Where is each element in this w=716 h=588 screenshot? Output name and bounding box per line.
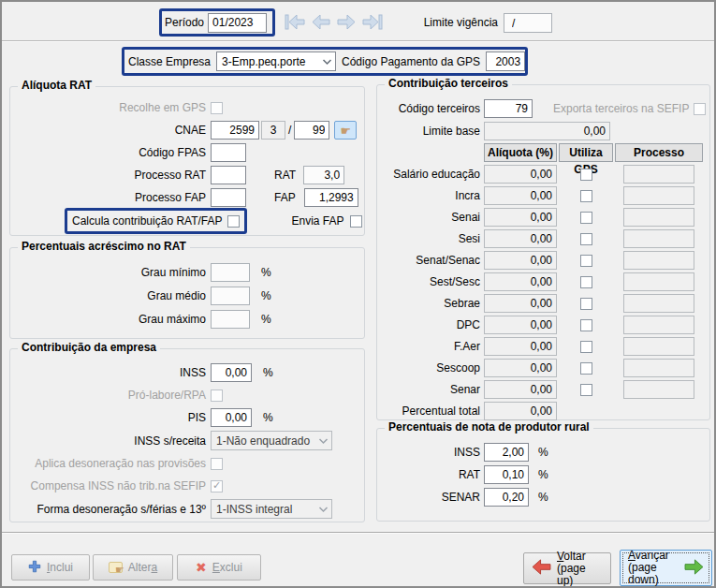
codigo-gps-input[interactable]	[486, 51, 525, 71]
red-x-icon: ✖	[196, 561, 207, 574]
terceiros-row-label: F.Aer	[381, 340, 484, 353]
codigo-terceiros-label: Código terceiros	[381, 102, 484, 115]
cnae-input-3[interactable]	[294, 121, 329, 140]
table-row: DPC	[381, 316, 706, 334]
percent-sign: %	[538, 468, 548, 481]
terceiros-gps-checkbox[interactable]	[580, 169, 592, 181]
calcula-ratfap-checkbox[interactable]	[227, 215, 240, 228]
forma-desoneracao-select: 1-INSS integral	[211, 499, 332, 519]
exporta-terceiros-checkbox	[694, 103, 706, 115]
grau-minimo-label: Grau mínimo	[14, 266, 211, 279]
terceiros-row-label: Sest/Sesc	[381, 275, 484, 288]
altera-button[interactable]: Altera	[93, 554, 173, 581]
terceiros-gps-checkbox[interactable]	[580, 233, 592, 245]
cnae-input-2	[261, 121, 285, 140]
inss-empresa-input[interactable]	[211, 363, 252, 382]
periodo-input[interactable]	[208, 13, 267, 33]
terceiros-gps-checkbox[interactable]	[580, 298, 592, 310]
processo-fap-label: Processo FAP	[14, 191, 211, 204]
terceiros-processo-input	[623, 272, 694, 291]
terceiros-aliquota-input	[484, 251, 557, 270]
exclui-button[interactable]: ✖ Exclui	[177, 554, 261, 581]
terceiros-aliquota-input	[484, 294, 557, 313]
processo-rat-input[interactable]	[211, 166, 246, 184]
percentual-total-label: Percentual total	[381, 404, 484, 418]
group-produtor-rural: Percentuais de nota de produtor rural IN…	[376, 428, 710, 522]
grau-maximo-input	[211, 310, 250, 329]
terceiros-gps-checkbox[interactable]	[580, 190, 592, 202]
terceiros-aliquota-input	[484, 186, 557, 205]
periodo-label: Período	[165, 16, 204, 29]
next-record-icon[interactable]	[337, 14, 356, 33]
last-record-icon[interactable]	[362, 14, 383, 33]
inss-receita-select: 1-Não enquadrado	[211, 431, 332, 450]
fap-label: FAP	[274, 191, 296, 204]
classe-empresa-select[interactable]: 3-Emp.peq.porte	[216, 51, 336, 71]
grau-minimo-input	[211, 263, 250, 282]
first-record-icon[interactable]	[285, 14, 305, 33]
terceiros-gps-checkbox[interactable]	[580, 255, 592, 267]
inclui-button[interactable]: Inclui	[11, 554, 90, 581]
terceiros-processo-input	[623, 251, 694, 270]
table-row: Sest/Sesc	[381, 272, 706, 291]
cnae-lookup-button[interactable]: ☛	[334, 121, 357, 140]
table-row: Senar	[381, 380, 706, 399]
limite-vigencia-input[interactable]	[504, 13, 552, 33]
percent-sign: %	[263, 366, 273, 379]
percentual-total-input	[484, 402, 557, 420]
rural-inss-input[interactable]	[484, 443, 529, 462]
voltar-button[interactable]: Voltar (page up)	[523, 552, 611, 584]
grau-maximo-label: Grau máximo	[14, 313, 211, 326]
column-header-processo: Processo	[615, 143, 703, 162]
table-row: Senai	[381, 208, 706, 227]
pis-input[interactable]	[211, 408, 252, 427]
avancar-button[interactable]: Avançar (page down)	[620, 550, 712, 586]
percent-sign: %	[261, 266, 271, 279]
prolabore-checkbox	[211, 390, 223, 402]
terceiros-row-label: Senai	[381, 211, 484, 224]
group-contribuicao-empresa: Contribuição da empresa INSS % Pró-labor…	[9, 348, 365, 522]
terceiros-gps-checkbox[interactable]	[580, 341, 592, 353]
terceiros-row-label: Incra	[381, 189, 484, 202]
edit-note-hand-icon	[109, 562, 123, 573]
terceiros-row-label: Salário educação	[381, 168, 484, 181]
record-navigation	[285, 14, 383, 33]
group-contribuicao-empresa-title: Contribuição da empresa	[18, 341, 160, 354]
terceiros-gps-checkbox[interactable]	[580, 384, 592, 396]
group-percentuais-rat: Percentuais acréscimo no RAT Grau mínimo…	[9, 247, 365, 339]
aplica-desoneracao-label: Aplica desoneração nas provisões	[14, 457, 211, 470]
terceiros-processo-input	[623, 380, 694, 399]
previous-record-icon[interactable]	[312, 14, 330, 33]
table-row: Senat/Senac	[381, 251, 706, 270]
fap-input[interactable]	[304, 188, 358, 207]
processo-fap-input[interactable]	[211, 188, 246, 207]
inss-receita-label: INSS s/receita	[14, 434, 211, 448]
terceiros-row-label: DPC	[381, 318, 484, 331]
periodo-highlight-box: Período	[159, 8, 275, 37]
classe-empresa-value: 3-Emp.peq.porte	[222, 55, 322, 68]
terceiros-aliquota-input	[484, 337, 557, 356]
exporta-terceiros-label: Exporta terceiros na SEFIP	[553, 102, 689, 115]
terceiros-gps-checkbox[interactable]	[580, 276, 592, 288]
processo-rat-label: Processo RAT	[14, 169, 211, 182]
codigo-terceiros-input[interactable]	[484, 99, 533, 118]
terceiros-processo-input	[623, 294, 694, 313]
calcula-ratfap-highlight-box: Calcula contribuição RAT/FAP	[65, 208, 247, 234]
header-separator	[2, 40, 714, 42]
terceiros-aliquota-input	[484, 165, 557, 184]
terceiros-row-label: Sebrae	[381, 297, 484, 310]
codigo-fpas-input[interactable]	[211, 143, 246, 162]
rural-senar-input[interactable]	[484, 488, 529, 507]
green-right-arrow-icon	[684, 559, 704, 578]
rural-rat-input[interactable]	[484, 465, 529, 484]
percent-sign: %	[263, 411, 273, 424]
cnae-input-1[interactable]	[211, 121, 259, 140]
terceiros-gps-checkbox[interactable]	[580, 319, 592, 331]
rat-input	[303, 166, 344, 184]
terceiros-gps-checkbox[interactable]	[580, 212, 592, 224]
plus-icon	[28, 560, 41, 576]
compensa-inss-label: Compensa INSS não trib.na SEFIP	[14, 479, 211, 492]
terceiros-row-label: Sesi	[381, 232, 484, 245]
envia-fap-checkbox[interactable]	[350, 215, 362, 228]
terceiros-gps-checkbox[interactable]	[580, 362, 592, 375]
